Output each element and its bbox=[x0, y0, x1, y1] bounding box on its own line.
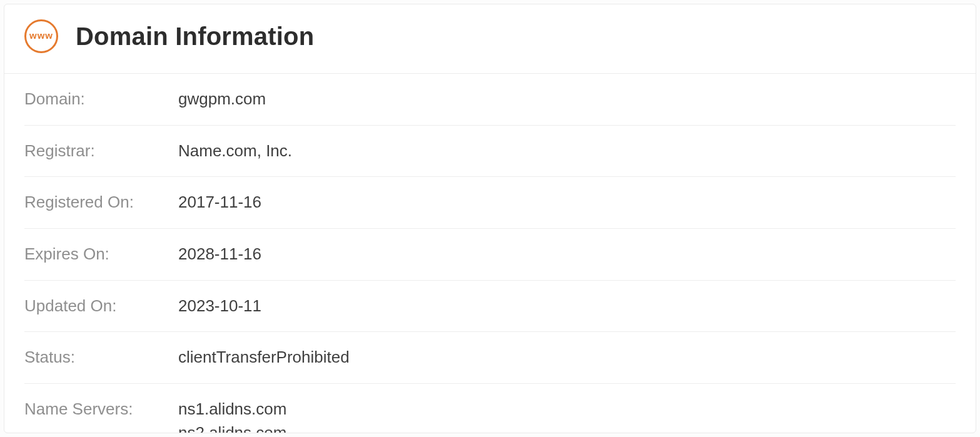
label-status: Status: bbox=[24, 346, 178, 369]
row-status: Status: clientTransferProhibited bbox=[24, 332, 956, 384]
row-name-servers: Name Servers: ns1.alidns.com ns2.alidns.… bbox=[24, 384, 956, 433]
value-registered-on: 2017-11-16 bbox=[178, 191, 956, 214]
value-expires-on: 2028-11-16 bbox=[178, 243, 956, 266]
row-updated-on: Updated On: 2023-10-11 bbox=[24, 281, 956, 333]
value-updated-on: 2023-10-11 bbox=[178, 294, 956, 318]
card-title: Domain Information bbox=[76, 23, 314, 51]
label-updated-on: Updated On: bbox=[24, 294, 178, 318]
card-header: www Domain Information bbox=[4, 4, 976, 74]
domain-info-card: www Domain Information Domain: gwgpm.com… bbox=[4, 4, 976, 433]
row-domain: Domain: gwgpm.com bbox=[24, 74, 956, 126]
www-icon-text: www bbox=[29, 31, 53, 40]
label-registered-on: Registered On: bbox=[24, 191, 178, 214]
row-registered-on: Registered On: 2017-11-16 bbox=[24, 177, 956, 229]
row-expires-on: Expires On: 2028-11-16 bbox=[24, 229, 956, 281]
value-status: clientTransferProhibited bbox=[178, 346, 956, 369]
value-name-servers: ns1.alidns.com ns2.alidns.com bbox=[178, 398, 956, 433]
value-domain: gwgpm.com bbox=[178, 88, 956, 111]
label-domain: Domain: bbox=[24, 88, 178, 111]
info-rows: Domain: gwgpm.com Registrar: Name.com, I… bbox=[4, 74, 976, 433]
www-icon: www bbox=[24, 19, 58, 53]
label-expires-on: Expires On: bbox=[24, 243, 178, 266]
label-name-servers: Name Servers: bbox=[24, 398, 178, 433]
value-registrar: Name.com, Inc. bbox=[178, 139, 956, 163]
label-registrar: Registrar: bbox=[24, 139, 178, 163]
row-registrar: Registrar: Name.com, Inc. bbox=[24, 126, 956, 178]
